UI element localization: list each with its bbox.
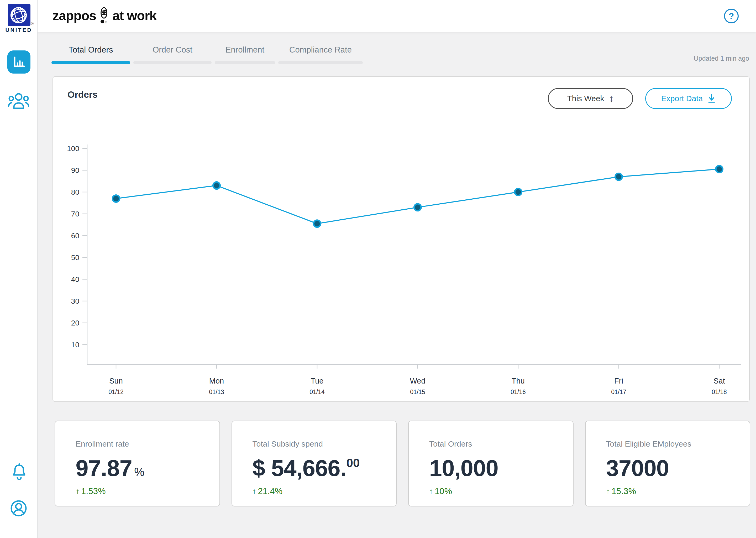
y-tick-label: 40 [71,275,79,284]
tab-active-indicator [51,61,130,64]
stat-delta: ↑15.3% [606,486,739,496]
orders-chart-card: Orders This Week ↕ Export Data 100908070… [53,76,750,402]
orders-line-chart: 100908070605040302010Sun01/12Mon01/13Tue… [53,77,750,403]
x-date-label: 01/15 [410,389,425,395]
stat-delta: ↑10% [429,486,563,496]
up-arrow-icon: ↑ [75,487,79,496]
united-globe-logo [8,4,30,26]
page: ® UNITED [0,0,756,538]
stat-card-value: 97.87% [75,455,209,482]
data-point[interactable] [717,166,722,172]
stat-value-main: 10,000 [429,455,498,482]
stat-delta-text: 1.53% [81,486,106,496]
stat-value-main: 97.87 [75,455,132,482]
data-point[interactable] [616,174,622,180]
united-registered-mark: ® [31,22,34,26]
x-day-label: Wed [410,377,425,385]
data-point[interactable] [516,189,521,195]
x-day-label: Thu [512,377,525,385]
bell-icon[interactable] [12,463,27,480]
up-arrow-icon: ↑ [429,487,433,496]
zappos-wordmark: zappos [53,8,96,24]
x-date-label: 01/12 [109,389,124,395]
data-point[interactable] [114,196,119,201]
united-wordmark: UNITED [0,27,37,33]
y-tick-label: 50 [71,253,79,262]
x-date-label: 01/17 [611,389,626,395]
orders-trend-line [116,169,719,224]
main-content: Total OrdersOrder CostEnrollmentComplian… [37,32,756,538]
tab-indicator [278,61,363,64]
stat-card-value: 10,000 [429,455,563,482]
at-work-wordmark: at work [112,8,157,24]
y-tick-label: 80 [71,188,79,196]
x-date-label: 01/18 [712,389,727,395]
stat-value-suffix: % [134,465,144,479]
dashboard-tabs: Total OrdersOrder CostEnrollmentComplian… [51,45,363,64]
stat-delta-text: 15.3% [612,486,636,496]
stat-card-label: Enrollment rate [75,440,209,449]
tab-label: Enrollment [225,45,264,55]
stat-card-label: Total Subsidy spend [253,440,386,449]
updated-timestamp: Updated 1 min ago [694,55,749,62]
bar-chart-icon [12,56,26,68]
tab-label: Order Cost [153,45,192,55]
tab-total-orders[interactable]: Total Orders [51,45,130,64]
data-point[interactable] [415,205,420,210]
up-arrow-icon: ↑ [253,487,257,496]
user-account-icon[interactable] [10,500,27,517]
x-day-label: Mon [209,377,224,385]
data-point[interactable] [314,221,320,227]
stat-card-value: 37000 [606,455,739,482]
question-mark-icon: ? [729,11,734,21]
stat-delta: ↑1.53% [75,486,209,496]
people-group-icon[interactable] [8,92,29,110]
y-tick-label: 60 [71,232,79,240]
data-point[interactable] [214,183,219,188]
y-tick-label: 10 [71,341,79,349]
top-header: zappos ® at work ? [37,0,756,32]
sidebar-item-dashboard-active[interactable] [7,50,30,74]
tab-compliance-rate[interactable]: Compliance Rate [278,45,363,64]
stat-delta-text: 10% [435,486,452,496]
y-tick-label: 30 [71,297,79,305]
y-tick-label: 100 [67,144,79,153]
x-day-label: Fri [614,377,623,385]
x-day-label: Tue [311,377,324,385]
y-tick-label: 20 [71,319,79,327]
x-date-label: 01/13 [209,389,224,395]
tab-indicator [215,61,275,64]
help-button[interactable]: ? [724,9,739,24]
stat-value-cents: 00 [347,456,360,470]
x-date-label: 01/14 [309,389,325,395]
stat-card-label: Total Orders [429,440,563,449]
shoe-print-icon: ® [100,7,109,25]
stat-delta-text: 21.4% [258,486,283,496]
stat-card-label: Total Eligible EMployees [606,440,739,449]
stat-cards-row: Enrollment rate97.87%↑1.53%Total Subsidy… [55,421,750,507]
stat-value-main: $ 54,666. [253,455,347,482]
tab-order-cost[interactable]: Order Cost [133,45,212,64]
tab-enrollment[interactable]: Enrollment [215,45,275,64]
stat-card-total-orders: Total Orders10,000↑10% [408,421,574,507]
x-date-label: 01/16 [510,389,526,395]
stat-card-enrollment-rate: Enrollment rate97.87%↑1.53% [55,421,220,507]
y-tick-label: 70 [71,210,79,218]
svg-text:®: ® [105,21,107,24]
stat-card-total-eligible-employees: Total Eligible EMployees37000↑15.3% [585,421,750,507]
y-tick-label: 90 [71,166,79,175]
tab-label: Total Orders [69,45,113,55]
stat-delta: ↑21.4% [253,486,386,496]
tab-indicator [133,61,212,64]
zappos-at-work-logo[interactable]: zappos ® at work [53,0,157,31]
up-arrow-icon: ↑ [606,487,610,496]
x-day-label: Sun [109,377,123,385]
tab-label: Compliance Rate [289,45,352,55]
stat-card-value: $ 54,666.00 [253,455,386,482]
stat-value-main: 37000 [606,455,669,482]
x-day-label: Sat [714,377,725,385]
stat-card-total-subsidy-spend: Total Subsidy spend$ 54,666.00↑21.4% [231,421,397,507]
sidebar: ® UNITED [0,0,37,538]
